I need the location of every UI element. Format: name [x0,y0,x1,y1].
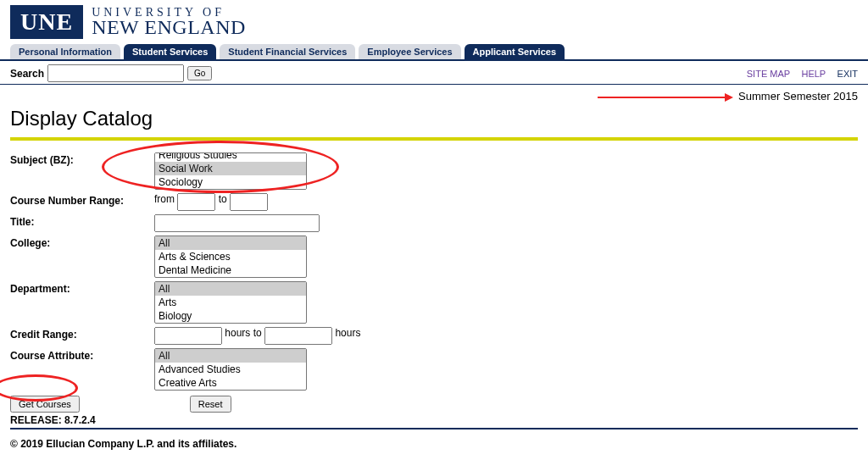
copyright: © 2019 Ellucian Company L.P. and its aff… [10,438,858,450]
label-hours: hours [335,327,360,339]
link-sitemap[interactable]: SITE MAP [747,69,790,79]
svg-marker-1 [725,93,733,102]
logo-box: UNE [10,5,83,39]
tab-employee[interactable]: Employee Services [359,44,460,59]
label-title: Title: [10,214,154,228]
label-to: to [219,193,227,205]
bottom-divider [10,428,858,429]
page-title: Display Catalog [10,107,858,130]
term-text: Summer Semester 2015 [738,90,858,103]
utility-row: Search Go SITE MAP HELP EXIT [0,61,868,85]
course-num-to-input[interactable] [230,193,268,211]
logo-text: UNIVERSITY OF NEW ENGLAND [92,7,246,37]
credit-from-input[interactable] [154,327,222,345]
label-subject: Subject (BZ): [10,152,154,166]
link-exit[interactable]: EXIT [837,69,858,79]
label-department: Department: [10,281,154,295]
search-go-button[interactable]: Go [187,66,212,80]
attribute-select[interactable]: AllAdvanced StudiesCreative Arts [154,348,307,391]
search-input[interactable] [47,64,184,82]
title-divider [10,137,858,141]
logo-line2: NEW ENGLAND [92,18,246,37]
course-num-from-input[interactable] [177,193,215,211]
label-hours-to: hours to [225,327,261,339]
header-logo: UNE UNIVERSITY OF NEW ENGLAND [0,0,868,42]
tab-personal[interactable]: Personal Information [10,44,120,59]
release-line: RELEASE: 8.7.2.4 [10,414,858,426]
tab-student[interactable]: Student Services [124,44,216,59]
tab-bar: Personal Information Student Services St… [0,42,868,61]
tab-applicant[interactable]: Applicant Services [465,44,565,59]
get-courses-button[interactable]: Get Courses [10,396,80,413]
title-input[interactable] [154,214,320,232]
label-college: College: [10,236,154,249]
label-course-num: Course Number Range: [10,193,154,207]
college-select[interactable]: AllArts & SciencesDental Medicine [154,236,307,278]
arrow-icon [598,91,733,103]
label-credit: Credit Range: [10,327,154,341]
subject-select[interactable]: Religious StudiesSocial WorkSociologySpa… [154,152,307,190]
term-row: Summer Semester 2015 [0,85,868,103]
label-attribute: Course Attribute: [10,348,154,362]
tab-financial[interactable]: Student Financial Services [220,44,355,59]
link-help[interactable]: HELP [801,69,826,79]
reset-button[interactable]: Reset [190,396,231,413]
label-from: from [154,193,175,205]
credit-to-input[interactable] [264,327,332,345]
department-select[interactable]: AllArtsBiology [154,281,307,324]
search-label: Search [10,68,44,80]
